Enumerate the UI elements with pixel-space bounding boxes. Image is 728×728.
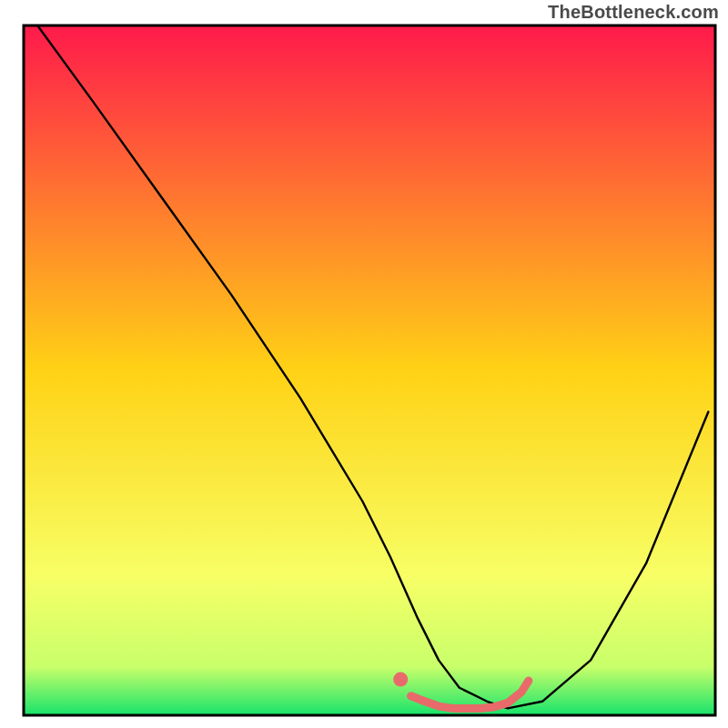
chart-stage: TheBottleneck.com (0, 0, 728, 728)
bottleneck-chart (0, 0, 728, 728)
series-highlight-dot (393, 672, 408, 687)
chart-background (24, 25, 715, 715)
